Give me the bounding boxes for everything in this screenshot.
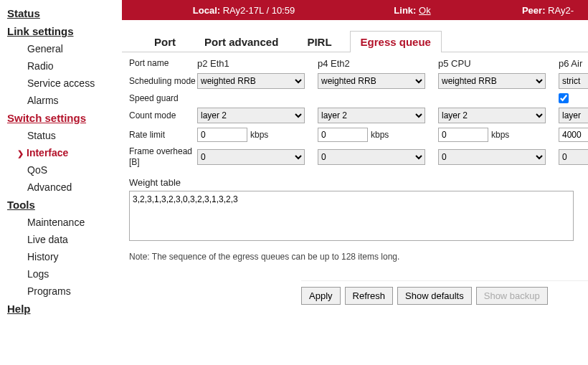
refresh-button[interactable]: Refresh (345, 287, 394, 305)
scheduling-select-0[interactable]: weighted RRB (197, 73, 305, 89)
show-defaults-button[interactable]: Show defaults (397, 287, 472, 305)
local-value: RAy2-17L / 10:59 (223, 5, 295, 16)
nav-item-interface[interactable]: Interface (7, 144, 121, 161)
count-select-0[interactable]: layer 2 (197, 108, 305, 123)
scheduling-select-2[interactable]: weighted RRB (438, 73, 546, 89)
rate-input-2[interactable] (438, 128, 488, 142)
tab-port[interactable]: Port (143, 31, 186, 52)
rate-unit: kbps (250, 130, 268, 140)
nav-group-help[interactable]: Help (7, 300, 121, 318)
nav-item-service-access[interactable]: Service access (7, 75, 121, 92)
port-name-3: p6 Air (559, 58, 588, 69)
tab-port-advanced[interactable]: Port advanced (194, 31, 289, 52)
rate-input-3[interactable] (559, 128, 588, 142)
nav-item-maintenance[interactable]: Maintenance (7, 214, 121, 231)
nav-item-live-data[interactable]: Live data (7, 231, 121, 248)
peer-value: RAy2- (548, 5, 574, 16)
apply-button[interactable]: Apply (301, 287, 341, 305)
frame-select-3[interactable]: 0 (559, 149, 588, 165)
nav-group-status[interactable]: Status (7, 4, 121, 22)
nav-item-general[interactable]: General (7, 40, 121, 57)
nav-item-qos[interactable]: QoS (7, 161, 121, 179)
top-bar: Local: RAy2-17L / 10:59 Link: Ok Peer: R… (122, 0, 588, 20)
weight-note: Note: The sequence of the egress queues … (129, 252, 588, 262)
weight-table-input[interactable]: 3,2,3,1,3,2,3,0,3,2,3,1,3,2,3 (129, 191, 574, 241)
speed-guard-label: Speed guard (129, 93, 197, 103)
weight-table-label: Weight table (129, 177, 588, 188)
nav-item-programs[interactable]: Programs (7, 283, 121, 300)
tab-bar: Port Port advanced PIRL Egress queue (122, 20, 588, 52)
count-select-1[interactable]: layer 2 (318, 108, 425, 123)
frame-select-0[interactable]: 0 (197, 149, 305, 165)
frame-overhead-label: Frame overhead [B] (129, 146, 197, 167)
nav-group-link-settings[interactable]: Link settings (7, 22, 121, 40)
peer-label: Peer: (522, 5, 546, 16)
nav-item-logs[interactable]: Logs (7, 265, 121, 283)
scheduling-label: Scheduling mode (129, 76, 197, 86)
local-label: Local: (193, 5, 220, 16)
rate-unit: kbps (371, 130, 389, 140)
tab-content: Port name p2 Eth1 p4 Eth2 p5 CPU p6 Air … (122, 52, 588, 311)
link-label: Link: (394, 5, 416, 16)
rate-input-0[interactable] (197, 128, 247, 142)
nav-item-history[interactable]: History (7, 248, 121, 265)
scheduling-select-3[interactable]: strict (559, 73, 588, 89)
speed-guard-check-3[interactable] (559, 93, 569, 103)
nav-group-switch-settings[interactable]: Switch settings (7, 109, 121, 127)
count-mode-label: Count mode (129, 110, 197, 120)
count-select-2[interactable]: layer 2 (438, 108, 546, 123)
port-name-0: p2 Eth1 (197, 58, 318, 69)
rate-input-1[interactable] (318, 128, 368, 142)
tab-egress-queue[interactable]: Egress queue (350, 31, 442, 52)
tab-pirl[interactable]: PIRL (296, 31, 342, 52)
port-name-2: p5 CPU (438, 58, 559, 69)
nav-item-switch-status[interactable]: Status (7, 127, 121, 144)
nav-item-alarms[interactable]: Alarms (7, 92, 121, 109)
port-name-label: Port name (129, 58, 197, 68)
show-backup-button[interactable]: Show backup (476, 287, 548, 305)
scheduling-select-1[interactable]: weighted RRB (318, 73, 425, 89)
rate-unit: kbps (491, 130, 509, 140)
sidebar: Status Link settings General Radio Servi… (0, 0, 122, 365)
main: Local: RAy2-17L / 10:59 Link: Ok Peer: R… (122, 0, 588, 365)
frame-select-2[interactable]: 0 (438, 149, 546, 165)
nav-group-tools[interactable]: Tools (7, 196, 121, 214)
nav-item-radio[interactable]: Radio (7, 57, 121, 75)
frame-select-1[interactable]: 0 (318, 149, 425, 165)
button-bar: Apply Refresh Show defaults Show backup (301, 280, 588, 311)
count-select-3[interactable]: layer (559, 108, 588, 123)
link-status[interactable]: Ok (419, 5, 431, 16)
port-name-1: p4 Eth2 (318, 58, 438, 69)
rate-limit-label: Rate limit (129, 130, 197, 140)
nav-item-advanced[interactable]: Advanced (7, 179, 121, 196)
